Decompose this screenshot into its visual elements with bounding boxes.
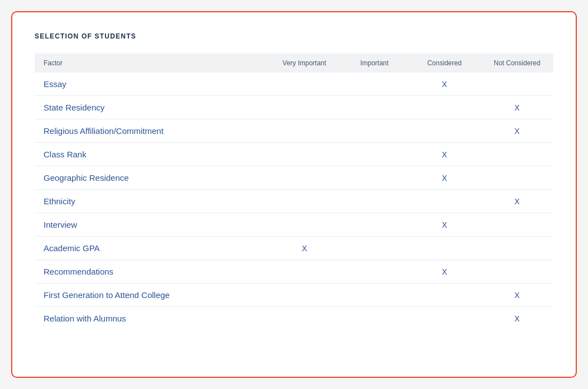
cell-factor: Relation with Alumnus xyxy=(35,307,268,330)
table-row: State ResidencyX xyxy=(35,96,553,119)
cell-not_considered xyxy=(481,143,553,166)
table-header: Factor Very Important Important Consider… xyxy=(35,54,553,73)
cell-factor: Class Rank xyxy=(35,143,268,166)
cell-very_important xyxy=(268,166,341,190)
table-row: EthnicityX xyxy=(35,190,553,213)
cell-important xyxy=(341,96,408,119)
cell-not_considered xyxy=(481,73,553,96)
cell-important xyxy=(341,143,408,166)
cell-considered: X xyxy=(408,166,481,190)
cell-very_important xyxy=(268,213,341,237)
table-row: Class RankX xyxy=(35,143,553,166)
cell-considered: X xyxy=(408,260,481,284)
cell-considered xyxy=(408,96,481,119)
section-title: SELECTION OF STUDENTS xyxy=(35,32,553,40)
cell-very_important xyxy=(268,190,341,213)
cell-very_important xyxy=(268,96,341,119)
cell-factor: Religious Affiliation/Commitment xyxy=(35,119,268,143)
col-header-important: Important xyxy=(341,54,408,73)
cell-important xyxy=(341,119,408,143)
table-row: Academic GPAX xyxy=(35,237,553,260)
cell-very_important xyxy=(268,307,341,330)
table-row: Geographic ResidenceX xyxy=(35,166,553,190)
cell-considered xyxy=(408,119,481,143)
col-header-considered: Considered xyxy=(408,54,481,73)
cell-considered: X xyxy=(408,73,481,96)
col-header-very-important: Very Important xyxy=(268,54,341,73)
cell-important xyxy=(341,213,408,237)
table-row: RecommendationsX xyxy=(35,260,553,284)
cell-considered xyxy=(408,307,481,330)
cell-important xyxy=(341,307,408,330)
header-row: Factor Very Important Important Consider… xyxy=(35,54,553,73)
cell-considered xyxy=(408,190,481,213)
table-row: InterviewX xyxy=(35,213,553,237)
cell-important xyxy=(341,284,408,307)
cell-factor: Recommendations xyxy=(35,260,268,284)
cell-not_considered xyxy=(481,260,553,284)
cell-not_considered: X xyxy=(481,190,553,213)
cell-not_considered: X xyxy=(481,307,553,330)
cell-important xyxy=(341,260,408,284)
cell-not_considered: X xyxy=(481,284,553,307)
cell-very_important xyxy=(268,119,341,143)
cell-considered xyxy=(408,284,481,307)
cell-not_considered: X xyxy=(481,119,553,143)
cell-considered: X xyxy=(408,213,481,237)
cell-very_important xyxy=(268,73,341,96)
cell-important xyxy=(341,237,408,260)
col-header-not-considered: Not Considered xyxy=(481,54,553,73)
cell-very_important xyxy=(268,260,341,284)
cell-not_considered xyxy=(481,237,553,260)
cell-considered xyxy=(408,237,481,260)
table-row: Relation with AlumnusX xyxy=(35,307,553,330)
cell-important xyxy=(341,190,408,213)
cell-important xyxy=(341,166,408,190)
cell-very_important xyxy=(268,284,341,307)
table-row: Religious Affiliation/CommitmentX xyxy=(35,119,553,143)
cell-factor: First Generation to Attend College xyxy=(35,284,268,307)
cell-factor: Geographic Residence xyxy=(35,166,268,190)
cell-not_considered xyxy=(481,213,553,237)
table-row: First Generation to Attend CollegeX xyxy=(35,284,553,307)
cell-factor: Academic GPA xyxy=(35,237,268,260)
selection-table: Factor Very Important Important Consider… xyxy=(35,54,553,330)
cell-not_considered xyxy=(481,166,553,190)
selection-card: SELECTION OF STUDENTS Factor Very Import… xyxy=(11,11,577,378)
cell-not_considered: X xyxy=(481,96,553,119)
cell-important xyxy=(341,73,408,96)
cell-considered: X xyxy=(408,143,481,166)
cell-very_important xyxy=(268,143,341,166)
table-body: EssayXState ResidencyXReligious Affiliat… xyxy=(35,73,553,330)
table-row: EssayX xyxy=(35,73,553,96)
col-header-factor: Factor xyxy=(35,54,268,73)
cell-factor: Interview xyxy=(35,213,268,237)
cell-very_important: X xyxy=(268,237,341,260)
cell-factor: Ethnicity xyxy=(35,190,268,213)
cell-factor: State Residency xyxy=(35,96,268,119)
cell-factor: Essay xyxy=(35,73,268,96)
